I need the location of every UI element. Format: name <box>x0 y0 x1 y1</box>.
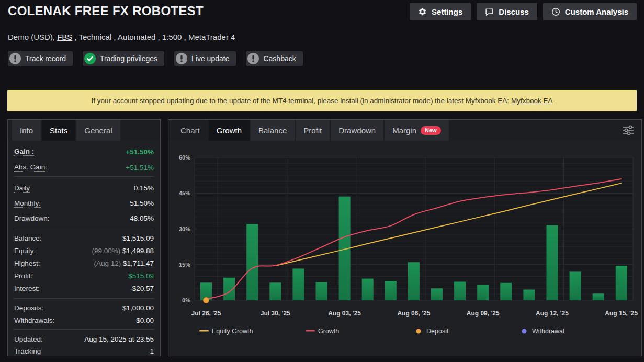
stat-value: (99.00%) $1,499.88 <box>92 247 154 255</box>
account-subtitle: Demo (USD), FBS , Technical , Automated … <box>8 32 235 41</box>
tab-stats[interactable]: Stats <box>42 120 75 141</box>
daily-gain-bar <box>269 282 281 300</box>
badge-label: Cashback <box>263 54 296 63</box>
stat-label: Profit: <box>14 272 32 280</box>
stat-label: Withdrawals: <box>14 316 54 324</box>
y-tick-label: 60% <box>179 154 190 161</box>
tab-margin[interactable]: MarginNew <box>385 120 448 141</box>
stat-label: Abs. Gain: <box>14 163 47 172</box>
stat-row-highest: Highest:(Aug 12) $1,711.47 <box>14 257 154 269</box>
chat-icon <box>485 7 494 16</box>
stat-value: -$20.57 <box>130 285 154 292</box>
tab-chart[interactable]: Chart <box>173 120 208 141</box>
tab-profit[interactable]: Profit <box>296 120 330 141</box>
settings-button[interactable]: Settings <box>410 3 471 20</box>
stats-panel: InfoStatsGeneral Gain :+51.50%Abs. Gain:… <box>7 119 161 356</box>
tab-label: Profit <box>303 126 322 135</box>
stat-label: Deposits: <box>14 304 43 312</box>
stat-row-updated: Updated:Aug 15, 2025 at 23:55 <box>14 333 154 345</box>
stat-label: Gain : <box>14 148 34 156</box>
stats-tabs: InfoStatsGeneral <box>8 120 160 141</box>
badge-label: Track record <box>25 54 66 63</box>
daily-gain-bar <box>477 285 489 300</box>
tab-label: General <box>84 126 112 135</box>
stat-row-daily: Daily0.15% <box>14 180 154 196</box>
tab-label: Info <box>20 126 33 135</box>
growth-chart: 0%15%30%45%60%Jul 26, '25Jul 30, '25Aug … <box>168 141 641 356</box>
legend-label: Equity Growth <box>212 327 253 335</box>
exclamation-icon <box>176 53 187 64</box>
x-tick-label: Aug 03, '25 <box>328 310 361 317</box>
chart-tabs: ChartGrowthBalanceProfitDrawdownMarginNe… <box>168 120 641 141</box>
stat-value: 0.15% <box>134 184 154 192</box>
daily-gain-bar <box>570 272 581 300</box>
deposit-marker <box>204 298 209 303</box>
check-icon <box>84 53 96 64</box>
new-badge: New <box>421 126 441 135</box>
daily-gain-bar <box>454 282 466 300</box>
daily-gain-bar <box>593 293 604 300</box>
badge-label: Trading privileges <box>100 54 157 63</box>
tab-label: Stats <box>50 126 67 135</box>
stat-value: $1,000.00 <box>122 304 154 312</box>
tab-growth[interactable]: Growth <box>209 120 250 141</box>
x-tick-label: Aug 06, '25 <box>397 310 430 317</box>
stat-row-abs-gain: Abs. Gain:+51.51% <box>14 160 154 175</box>
equity-growth-legend-swatch <box>199 330 209 332</box>
notice-text: If your account stopped updating due to … <box>92 97 509 105</box>
exclamation-icon <box>9 53 21 64</box>
x-tick-label: Aug 15, '25 <box>605 310 638 317</box>
tab-label: Chart <box>180 126 200 135</box>
chart-settings-icon[interactable] <box>623 125 634 135</box>
discuss-button-label: Discuss <box>499 7 529 16</box>
stat-row-drawdown: Drawdown:48.05% <box>14 211 154 226</box>
badge-live-update[interactable]: Live update <box>174 51 236 66</box>
header-actions: Settings Discuss Custom Analysis <box>410 3 637 20</box>
daily-gain-bar <box>292 268 304 300</box>
y-tick-label: 30% <box>179 226 190 232</box>
stat-label: Monthly: <box>14 199 41 208</box>
daily-gain-bar <box>408 262 420 300</box>
y-tick-label: 0% <box>182 297 190 303</box>
discuss-button[interactable]: Discuss <box>477 3 537 20</box>
stat-row-withdrawals: Withdrawals:$0.00 <box>14 314 154 326</box>
legend-label: Growth <box>318 327 339 335</box>
daily-gain-bar <box>547 225 558 300</box>
page: COLENAK FREE FX ROBOTEST Settings Discus… <box>0 0 644 362</box>
x-tick-label: Aug 09, '25 <box>467 310 500 317</box>
stat-value: (Aug 12) $1,711.47 <box>94 259 154 267</box>
stat-row-tracking: Tracking1 <box>14 345 154 357</box>
tab-general[interactable]: General <box>76 120 120 141</box>
tab-drawdown[interactable]: Drawdown <box>331 120 383 141</box>
x-tick-label: Jul 30, '25 <box>261 310 290 317</box>
deposit-legend-dot <box>416 329 421 334</box>
stat-row-profit: Profit:$515.09 <box>14 269 154 282</box>
exclamation-icon <box>247 53 259 64</box>
gear-icon <box>418 7 427 16</box>
tab-info[interactable]: Info <box>12 120 41 141</box>
tab-label: Margin <box>392 126 416 135</box>
stat-row-deposits: Deposits:$1,000.00 <box>14 301 154 314</box>
badge-trading-privileges[interactable]: Trading privileges <box>83 51 164 66</box>
stat-value: 51.50% <box>130 199 154 207</box>
stat-value-note: (99.00%) <box>92 247 122 255</box>
stat-label: Tracking <box>14 347 41 355</box>
stat-value: 48.05% <box>130 214 154 222</box>
broker-link[interactable]: FBS <box>57 32 72 41</box>
growth-legend-swatch <box>306 330 315 332</box>
badge-cashback[interactable]: Cashback <box>246 51 302 66</box>
daily-gain-bar <box>500 283 512 300</box>
daily-gain-bar <box>362 279 374 300</box>
stat-value: Aug 15, 2025 at 23:55 <box>84 335 154 343</box>
stat-row-gain: Gain :+51.50% <box>14 144 154 160</box>
custom-analysis-button[interactable]: Custom Analysis <box>543 3 637 20</box>
tab-balance[interactable]: Balance <box>251 120 295 141</box>
stat-label: Balance: <box>14 234 42 242</box>
stats-body: Gain :+51.50%Abs. Gain:+51.51%Daily0.15%… <box>8 141 160 357</box>
stat-value: 1 <box>150 347 154 355</box>
stat-value-note: (Aug 12) <box>94 259 123 267</box>
myfxbook-ea-link[interactable]: Myfxbook EA <box>511 97 553 105</box>
stat-row-balance: Balance:$1,515.09 <box>14 232 154 244</box>
badge-track-record[interactable]: Track record <box>8 51 73 66</box>
stat-label: Highest: <box>14 259 40 267</box>
